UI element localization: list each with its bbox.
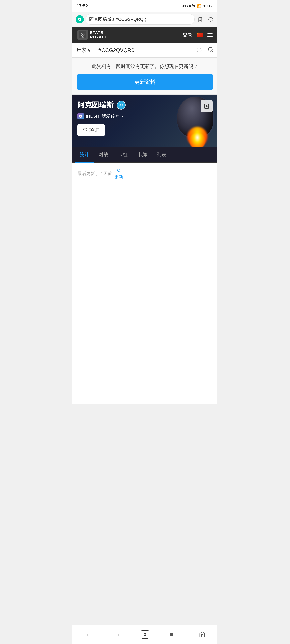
search-input[interactable]	[95, 43, 195, 57]
search-icon	[208, 47, 213, 52]
browser-bar: 阿克图瑞斯's #CCG2VQRQ (	[73, 12, 217, 27]
tab-decks[interactable]: 卡组	[113, 147, 133, 163]
sr-logo-icon	[77, 30, 88, 40]
update-banner: 此资料有一段时间没有更新了。你想现在更新吗？ 更新资料	[73, 58, 217, 94]
verify-label: 验证	[89, 127, 99, 134]
bottom-spacer	[73, 404, 217, 420]
browser-shield-icon	[76, 15, 84, 23]
profile-add-button[interactable]	[201, 100, 213, 112]
svg-point-3	[82, 34, 83, 35]
chevron-down-icon: ∨	[87, 47, 91, 53]
content-area: 最后更新于 1天前 ↺ 更新	[73, 163, 217, 404]
svg-point-11	[80, 116, 81, 116]
logo-svg	[79, 31, 86, 38]
clan-shield-icon	[79, 114, 83, 118]
profile-clan-row[interactable]: !HLGH! 我爱传奇 ›	[77, 113, 213, 119]
verify-shield-icon: 🛡	[83, 128, 87, 133]
profile-name-row: 阿克图瑞斯 37	[77, 100, 213, 110]
status-time: 17:52	[77, 4, 88, 9]
svg-rect-5	[82, 37, 84, 38]
clan-icon	[77, 113, 84, 119]
sr-flag[interactable]: 🇨🇳	[196, 32, 203, 38]
shield-svg	[78, 17, 82, 22]
add-icon	[204, 104, 209, 109]
search-player-dropdown[interactable]: 玩家 ∨	[73, 43, 95, 57]
browser-bookmark-icon[interactable]	[197, 16, 204, 23]
sr-header-right: 登录 🇨🇳	[183, 32, 213, 38]
sr-menu-btn[interactable]	[207, 33, 213, 37]
search-player-label: 玩家	[77, 47, 86, 53]
last-updated-row: 最后更新于 1天前 ↺ 更新	[77, 168, 213, 180]
tab-stats[interactable]: 统计	[75, 147, 94, 163]
tab-cards[interactable]: 卡牌	[133, 147, 152, 163]
clan-name: !HLGH! 我爱传奇	[86, 113, 119, 119]
refresh-label: 更新	[114, 174, 123, 180]
search-info-icon[interactable]: ⓘ	[195, 47, 204, 53]
update-banner-text: 此资料有一段时间没有更新了。你想现在更新吗？	[77, 63, 213, 70]
status-speed: 317K/s	[182, 4, 195, 8]
last-updated-text: 最后更新于 1天前	[77, 171, 112, 177]
browser-url[interactable]: 阿克图瑞斯's #CCG2VQRQ (	[86, 14, 194, 24]
svg-line-7	[212, 50, 213, 52]
sr-login-btn[interactable]: 登录	[183, 32, 192, 38]
tab-bar: 统计 对战 卡组 卡牌 列表	[73, 147, 217, 163]
rocket-fire-inner	[189, 133, 205, 147]
verify-button[interactable]: 🛡 验证	[77, 124, 105, 136]
profile-name: 阿克图瑞斯	[77, 100, 114, 110]
sr-logo: STATS ROYALE	[77, 30, 108, 40]
tab-list[interactable]: 列表	[152, 147, 171, 163]
sr-logo-text: STATS ROYALE	[90, 30, 108, 39]
update-profile-button[interactable]: 更新资料	[77, 74, 213, 90]
status-right: 317K/s 📶 100%	[182, 4, 213, 8]
status-battery: 100%	[203, 4, 213, 8]
status-icons: 📶	[197, 4, 202, 8]
tab-battles[interactable]: 对战	[94, 147, 113, 163]
search-bar: 玩家 ∨ ⓘ	[73, 43, 217, 58]
browser-action-icons	[197, 16, 214, 23]
status-bar: 17:52 317K/s 📶 100%	[73, 0, 217, 12]
search-button[interactable]	[204, 44, 217, 57]
clan-chevron-icon: ›	[121, 114, 123, 118]
profile-header: 阿克图瑞斯 37 !HLGH! 我爱传奇 › 🛡 验证	[73, 94, 217, 147]
level-badge: 37	[117, 101, 126, 110]
browser-refresh-icon[interactable]	[207, 16, 214, 23]
refresh-icon: ↺	[117, 168, 121, 174]
svg-point-6	[209, 47, 212, 51]
sr-header: STATS ROYALE 登录 🇨🇳	[73, 27, 217, 43]
refresh-link[interactable]: ↺ 更新	[114, 168, 123, 180]
